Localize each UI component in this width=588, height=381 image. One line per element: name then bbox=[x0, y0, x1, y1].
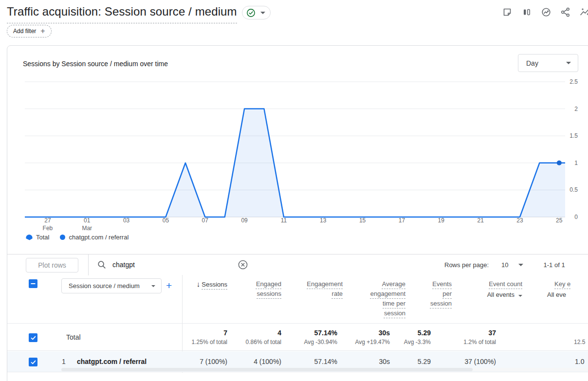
note-icon[interactable] bbox=[502, 7, 513, 18]
svg-text:1.5: 1.5 bbox=[570, 132, 578, 139]
svg-text:11: 11 bbox=[281, 217, 287, 224]
total-events-per-session: 5.29Avg -3.3% bbox=[404, 328, 431, 347]
svg-text:07: 07 bbox=[202, 217, 209, 224]
svg-text:15: 15 bbox=[359, 217, 366, 224]
chart-title: Sessions by Session source / medium over… bbox=[23, 60, 168, 68]
page-title[interactable]: Traffic acquisition: Session source / me… bbox=[7, 5, 237, 23]
row-checkbox[interactable] bbox=[29, 358, 37, 366]
svg-text:23: 23 bbox=[516, 217, 523, 224]
insights-circle-icon[interactable] bbox=[541, 7, 551, 18]
svg-text:21: 21 bbox=[478, 217, 484, 224]
total-avg-engagement-time: 30sAvg +19.47% bbox=[355, 328, 390, 347]
chevron-down-icon bbox=[518, 295, 522, 297]
svg-text:17: 17 bbox=[399, 217, 405, 224]
svg-text:01: 01 bbox=[84, 217, 91, 224]
report-card: Sessions by Session source / medium over… bbox=[7, 45, 588, 381]
column-header-event-count[interactable]: Event count All events bbox=[464, 279, 522, 300]
plus-icon: + bbox=[40, 27, 45, 35]
chevron-down-icon bbox=[566, 62, 571, 64]
svg-text:25: 25 bbox=[556, 217, 563, 224]
total-sessions: 71.25% of total bbox=[192, 328, 227, 347]
clear-search-icon[interactable] bbox=[237, 259, 249, 271]
svg-text:Mar: Mar bbox=[82, 225, 92, 232]
total-event-count: 371.2% of total bbox=[463, 328, 496, 347]
svg-text:0: 0 bbox=[574, 214, 578, 220]
add-filter-chip[interactable]: Add filter + bbox=[7, 25, 52, 37]
check-icon bbox=[30, 359, 37, 365]
svg-text:0.5: 0.5 bbox=[570, 186, 578, 193]
chart-legend: Total chatgpt.com / referral bbox=[26, 234, 129, 241]
table-search-input[interactable] bbox=[112, 258, 234, 271]
report-header: Traffic acquisition: Session source / me… bbox=[7, 5, 271, 23]
column-header-events-per-session[interactable]: Events per session bbox=[423, 279, 452, 308]
total-engagement-rate: 57.14%Avg -30.94% bbox=[304, 328, 338, 347]
search-icon bbox=[97, 260, 107, 272]
svg-text:2: 2 bbox=[574, 106, 578, 112]
key-events-filter[interactable]: All eve bbox=[547, 291, 566, 298]
legend-label: chatgpt.com / referral bbox=[69, 234, 129, 241]
legend-label: Total bbox=[36, 234, 49, 241]
chevron-down-icon[interactable] bbox=[518, 264, 523, 266]
indeterminate-icon bbox=[30, 281, 36, 287]
column-header-engagement-rate[interactable]: Engagement rate bbox=[296, 279, 343, 299]
horizontal-scrollbar[interactable] bbox=[61, 368, 588, 371]
total-key-events-clipped: 12.5 bbox=[574, 338, 585, 347]
svg-text:09: 09 bbox=[241, 217, 248, 224]
compare-icon[interactable] bbox=[521, 7, 532, 18]
interval-select[interactable]: Day bbox=[518, 54, 578, 72]
toolbar-divider bbox=[88, 254, 89, 275]
series-dot-icon bbox=[60, 235, 65, 240]
interval-select-value: Day bbox=[526, 59, 566, 67]
share-icon[interactable] bbox=[560, 7, 571, 18]
scrollbar-thumb[interactable] bbox=[61, 368, 473, 371]
chevron-down-icon bbox=[260, 12, 265, 14]
plot-rows-button[interactable]: Plot rows bbox=[26, 258, 78, 272]
column-header-sessions[interactable]: ↓Sessions bbox=[169, 279, 227, 290]
check-circle-icon bbox=[246, 8, 256, 18]
sessions-time-series-chart: 00.511.522.527Feb01Mar030507091113151719… bbox=[25, 77, 585, 233]
event-count-filter[interactable]: All events bbox=[464, 290, 522, 300]
select-all-checkbox[interactable] bbox=[29, 279, 37, 288]
column-header-key-events[interactable]: Key e bbox=[554, 279, 570, 289]
total-row-checkbox[interactable] bbox=[29, 333, 37, 342]
report-status-dropdown[interactable] bbox=[242, 6, 271, 19]
column-header-avg-engagement-time[interactable]: Average engagement time per session bbox=[363, 279, 405, 318]
svg-text:03: 03 bbox=[123, 217, 130, 224]
total-row-label: Total bbox=[66, 324, 81, 350]
legend-item-total[interactable]: Total bbox=[26, 234, 49, 241]
check-icon bbox=[30, 335, 37, 341]
svg-text:Feb: Feb bbox=[43, 225, 53, 232]
svg-text:19: 19 bbox=[438, 217, 445, 224]
traffic-acquisition-report: Traffic acquisition: Session source / me… bbox=[0, 0, 588, 381]
add-filter-label: Add filter bbox=[13, 28, 36, 35]
svg-text:13: 13 bbox=[320, 217, 327, 224]
column-header-engaged-sessions[interactable]: Engaged sessions bbox=[247, 279, 281, 299]
sparkline-insights-icon[interactable] bbox=[580, 7, 588, 18]
rows-per-page-value[interactable]: 10 bbox=[501, 261, 508, 269]
svg-text:2.5: 2.5 bbox=[570, 78, 578, 85]
svg-text:1: 1 bbox=[574, 160, 578, 166]
total-engaged-sessions: 40.86% of total bbox=[246, 328, 281, 347]
chevron-down-icon bbox=[151, 285, 155, 287]
table-header-row: Session source / medium + ↓Sessions Enga… bbox=[7, 275, 588, 324]
rows-per-page-label: Rows per page: bbox=[444, 261, 489, 269]
header-actions bbox=[502, 7, 588, 18]
table-total-row: Total 71.25% of total 40.86% of total 57… bbox=[7, 324, 588, 351]
sort-desc-icon: ↓ bbox=[197, 279, 201, 289]
svg-text:27: 27 bbox=[44, 217, 51, 224]
table-toolbar: Plot rows Rows per page: 10 1-1 of 1 bbox=[7, 254, 588, 275]
svg-text:05: 05 bbox=[163, 217, 169, 224]
legend-item-series[interactable]: chatgpt.com / referral bbox=[60, 234, 129, 241]
pagination-range: 1-1 of 1 bbox=[544, 261, 565, 269]
dimension-selector[interactable]: Session source / medium bbox=[61, 278, 162, 293]
pagination-controls: Rows per page: 10 1-1 of 1 bbox=[444, 254, 565, 275]
dimension-selector-value: Session source / medium bbox=[69, 282, 151, 290]
total-fan-icon bbox=[26, 234, 33, 240]
